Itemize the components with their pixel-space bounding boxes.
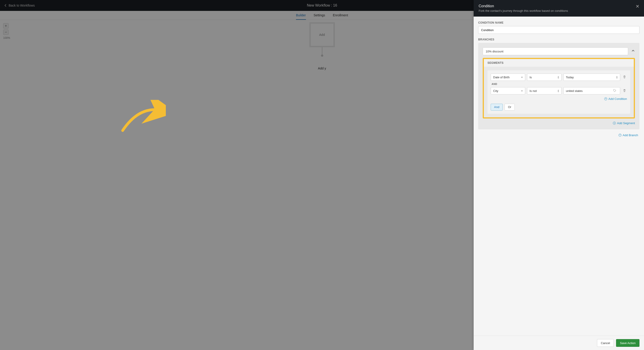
panel-subtitle: Fork the contact's journey through this … (479, 9, 639, 12)
branch-header: 10% discount (483, 47, 635, 55)
save-action-button[interactable]: Save Action (616, 339, 640, 347)
rule-op-0: Is (530, 76, 532, 79)
stepper-icon: ▴▾ (558, 89, 559, 92)
condition-name-label: Condition Name (478, 21, 640, 24)
add-condition-button[interactable]: + Add Condition (604, 97, 627, 100)
branch-name-text: 10% discount (486, 50, 504, 53)
rule-row-0: Date of Birth ▾ Is ▴▾ Today ▴▾ (491, 73, 627, 81)
panel-title: Condition (479, 4, 639, 8)
rule-val-1: united states (566, 89, 583, 93)
panel-body: Condition Name Branches 10% discount Seg… (474, 16, 644, 336)
panel-footer: Cancel Save Action (474, 336, 644, 350)
add-branch-label: Add Branch (623, 133, 638, 137)
add-segment-row: + Add Segment (483, 121, 635, 125)
rule-field-0: Date of Birth (493, 76, 510, 79)
trash-icon[interactable] (622, 74, 627, 80)
branch-card: 10% discount Segments Date of Birth ▾ (478, 43, 640, 129)
rule-group: Date of Birth ▾ Is ▴▾ Today ▴▾ (488, 70, 630, 114)
rule-value-input[interactable]: united states (563, 87, 620, 94)
branch-name-input[interactable]: 10% discount (483, 47, 628, 55)
rule-val-0: Today (566, 76, 574, 79)
rule-operator-select[interactable]: Is not ▴▾ (527, 87, 562, 94)
or-button[interactable]: Or (504, 104, 514, 110)
rule-op-1: Is not (530, 89, 537, 93)
plus-circle-icon: + (613, 122, 616, 125)
and-divider: AND (492, 83, 627, 85)
segments-card: Segments Date of Birth ▾ Is ▴▾ (483, 58, 635, 118)
rule-field-select[interactable]: Date of Birth ▾ (491, 73, 525, 81)
segments-label: Segments (488, 61, 630, 64)
cancel-button[interactable]: Cancel (597, 339, 614, 347)
condition-panel: Condition Fork the contact's journey thr… (474, 0, 644, 350)
close-icon[interactable]: ✕ (636, 4, 640, 9)
tag-icon (613, 89, 616, 93)
rule-field-1: City (493, 89, 498, 93)
rule-row-1: City ▾ Is not ▴▾ united states (491, 87, 627, 94)
panel-header: Condition Fork the contact's journey thr… (474, 0, 644, 16)
add-condition-label: Add Condition (608, 97, 627, 100)
rule-field-select[interactable]: City ▾ (491, 87, 525, 94)
stepper-icon: ▴▾ (616, 76, 618, 78)
rule-operator-select[interactable]: Is ▴▾ (527, 73, 562, 81)
chevron-down-icon: ▾ (521, 89, 523, 92)
plus-circle-icon: + (604, 97, 607, 100)
segments-titlebar: Segments (484, 59, 634, 67)
add-condition-row: + Add Condition (491, 96, 627, 100)
add-segment-button[interactable]: + Add Segment (613, 121, 635, 125)
chevron-down-icon: ▾ (521, 76, 523, 79)
chevron-up-icon[interactable] (631, 49, 635, 53)
and-button[interactable]: And (491, 104, 503, 110)
condition-name-input[interactable] (478, 26, 640, 34)
add-segment-label: Add Segment (617, 121, 635, 125)
branches-label: Branches (478, 38, 640, 41)
trash-icon[interactable] (622, 88, 627, 94)
plus-circle-icon: + (618, 134, 622, 137)
add-branch-row: + Add Branch (478, 133, 640, 137)
rule-value-select[interactable]: Today ▴▾ (563, 73, 620, 81)
andor-toggle: And Or (491, 104, 627, 110)
add-branch-button[interactable]: + Add Branch (618, 133, 638, 137)
stepper-icon: ▴▾ (558, 76, 559, 78)
